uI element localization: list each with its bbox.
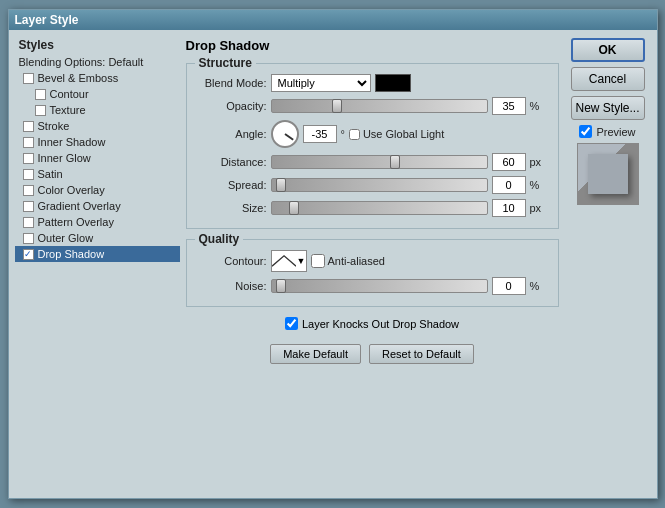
structure-section: Structure Blend Mode: Multiply Normal Sc… [186,63,559,229]
layer-knocks-row: Layer Knocks Out Drop Shadow [186,317,559,330]
quality-title: Quality [195,232,244,246]
contour-label: Contour: [197,255,267,267]
contour-checkbox[interactable] [35,89,46,100]
main-panel: Drop Shadow Structure Blend Mode: Multip… [186,36,559,492]
cancel-button[interactable]: Cancel [571,67,645,91]
global-light-label: Use Global Light [349,128,444,140]
size-input[interactable] [492,199,526,217]
sidebar-item-satin[interactable]: Satin [15,166,180,182]
blend-mode-label: Blend Mode: [197,77,267,89]
sidebar-item-outer-glow[interactable]: Outer Glow [15,230,180,246]
size-unit: px [530,202,548,214]
global-light-checkbox[interactable] [349,129,360,140]
contour-preview[interactable]: ▼ [271,250,307,272]
sidebar-item-inner-glow[interactable]: Inner Glow [15,150,180,166]
opacity-input[interactable] [492,97,526,115]
bevel-emboss-checkbox[interactable] [23,73,34,84]
new-style-button[interactable]: New Style... [571,96,645,120]
blend-mode-select[interactable]: Multiply Normal Screen Overlay [271,74,371,92]
layer-knocks-checkbox[interactable] [285,317,298,330]
opacity-label: Opacity: [197,100,267,112]
preview-row: Preview [579,125,635,138]
angle-input[interactable] [303,125,337,143]
distance-input[interactable] [492,153,526,171]
noise-label: Noise: [197,280,267,292]
blend-mode-row: Blend Mode: Multiply Normal Screen Overl… [197,74,548,92]
dialog-title: Layer Style [15,13,79,27]
distance-slider[interactable] [271,155,488,169]
satin-label: Satin [38,168,63,180]
opacity-thumb[interactable] [332,99,342,113]
distance-thumb[interactable] [390,155,400,169]
styles-heading: Styles [15,36,180,54]
texture-label: Texture [50,104,86,116]
distance-unit: px [530,156,548,168]
satin-checkbox[interactable] [23,169,34,180]
inner-glow-checkbox[interactable] [23,153,34,164]
outer-glow-label: Outer Glow [38,232,94,244]
noise-slider[interactable] [271,279,488,293]
distance-label: Distance: [197,156,267,168]
layer-knocks-label: Layer Knocks Out Drop Shadow [285,317,459,330]
sidebar-item-stroke[interactable]: Stroke [15,118,180,134]
spread-input[interactable] [492,176,526,194]
contour-label: Contour [50,88,89,100]
gradient-overlay-checkbox[interactable] [23,201,34,212]
opacity-unit: % [530,100,548,112]
noise-thumb[interactable] [276,279,286,293]
opacity-row: Opacity: % [197,97,548,115]
color-overlay-checkbox[interactable] [23,185,34,196]
anti-aliased-checkbox[interactable] [311,254,325,268]
noise-unit: % [530,280,548,292]
drop-shadow-heading: Drop Shadow [186,36,559,57]
right-panel: OK Cancel New Style... Preview [565,36,651,492]
stroke-checkbox[interactable] [23,121,34,132]
distance-row: Distance: px [197,153,548,171]
size-row: Size: px [197,199,548,217]
spread-slider[interactable] [271,178,488,192]
pattern-overlay-label: Pattern Overlay [38,216,114,228]
anti-aliased-text: Anti-aliased [328,255,385,267]
anti-alias-label: Anti-aliased [311,254,385,268]
bevel-emboss-label: Bevel & Emboss [38,72,119,84]
angle-row: Angle: ° Use Global Light [197,120,548,148]
inner-glow-label: Inner Glow [38,152,91,164]
outer-glow-checkbox[interactable] [23,233,34,244]
preview-inner-square [588,154,628,194]
blending-options-item[interactable]: Blending Options: Default [15,54,180,70]
texture-checkbox[interactable] [35,105,46,116]
reset-default-button[interactable]: Reset to Default [369,344,474,364]
preview-thumbnail [577,143,639,205]
noise-input[interactable] [492,277,526,295]
sidebar-item-bevel-emboss[interactable]: Bevel & Emboss [15,70,180,86]
layer-style-dialog: Layer Style Styles Blending Options: Def… [8,9,658,499]
quality-section: Quality Contour: ▼ Anti-aliased [186,239,559,307]
sidebar-item-pattern-overlay[interactable]: Pattern Overlay [15,214,180,230]
drop-shadow-label: Drop Shadow [38,248,105,260]
spread-unit: % [530,179,548,191]
sidebar-item-drop-shadow[interactable]: Drop Shadow [15,246,180,262]
opacity-slider[interactable] [271,99,488,113]
inner-shadow-label: Inner Shadow [38,136,106,148]
shadow-color-swatch[interactable] [375,74,411,92]
preview-checkbox[interactable] [579,125,592,138]
sidebar-item-gradient-overlay[interactable]: Gradient Overlay [15,198,180,214]
size-slider[interactable] [271,201,488,215]
angle-label: Angle: [197,128,267,140]
spread-thumb[interactable] [276,178,286,192]
drop-shadow-checkbox[interactable] [23,249,34,260]
sidebar-item-contour[interactable]: Contour [15,86,180,102]
pattern-overlay-checkbox[interactable] [23,217,34,228]
contour-icon [272,253,296,269]
sidebar-item-color-overlay[interactable]: Color Overlay [15,182,180,198]
ok-button[interactable]: OK [571,38,645,62]
degree-symbol: ° [341,128,345,140]
sidebar-item-inner-shadow[interactable]: Inner Shadow [15,134,180,150]
gradient-overlay-label: Gradient Overlay [38,200,121,212]
size-thumb[interactable] [289,201,299,215]
angle-dial[interactable] [271,120,299,148]
make-default-button[interactable]: Make Default [270,344,361,364]
bottom-buttons: Make Default Reset to Default [186,340,559,368]
sidebar-item-texture[interactable]: Texture [15,102,180,118]
inner-shadow-checkbox[interactable] [23,137,34,148]
